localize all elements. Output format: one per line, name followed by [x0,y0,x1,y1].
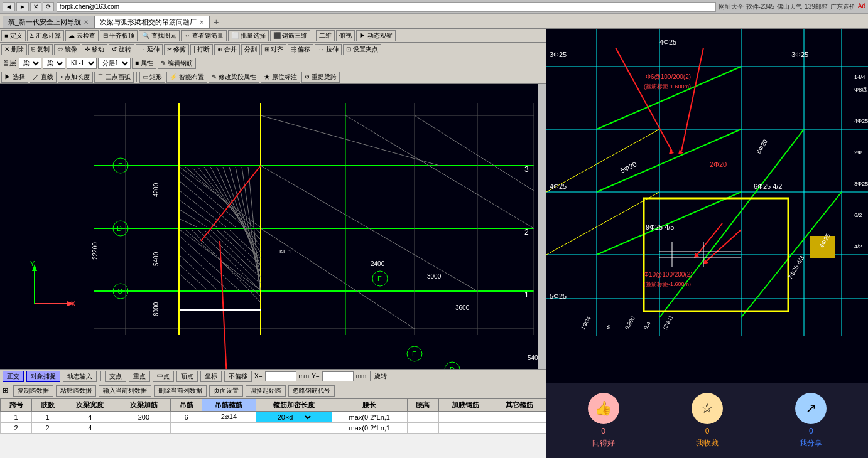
btn-select[interactable]: ▶ 选择 [1,72,28,83]
tab-close-active[interactable]: ✕ [199,19,204,26]
cad-toolbar-3: 首层 梁 梁 KL-1 分层1 ■ 属性 ✎ 编辑钢筋 [0,56,546,70]
tab-active[interactable]: 次梁与弧形梁相交的吊筋问题厂 ✕ [94,16,210,28]
link-weather[interactable]: 佛山天气 [777,3,802,11]
btn-no-offset[interactable]: 不偏移 [224,371,252,382]
cell-extrabar-2 [492,423,546,434]
btn-copy[interactable]: ⎘ 复制 [28,44,53,55]
btn-delete[interactable]: ✕ 删除 [1,44,27,55]
cell-dropdown-1[interactable]: 20×d [256,412,332,423]
btn-define[interactable]: ■ 定义 [1,30,26,41]
stop-button[interactable]: ✕ [30,2,41,11]
btn-rotate[interactable]: ↺ 旋转 [109,44,134,55]
btn-copy-span[interactable]: 复制跨数据 [13,385,53,397]
svg-text:6Φ25 4/2: 6Φ25 4/2 [754,183,782,190]
select-layer[interactable]: 分层1 [98,58,131,69]
share-count: 0 [809,427,813,435]
btn-summary[interactable]: Σ 汇总计算 [27,30,64,41]
btn-properties[interactable]: ■ 属性 [132,58,156,69]
input-y[interactable] [322,371,354,381]
input-x[interactable] [265,371,296,381]
refresh-button[interactable]: ⟳ [43,2,54,11]
share-button[interactable]: ↗ 0 我分享 [795,393,827,449]
btn-query-qty[interactable]: ↔ 查看钢筋量 [181,30,227,41]
btn-modify-seg[interactable]: ✎ 修改梁段属性 [209,72,259,83]
cad-toolbar-2: ✕ 删除 ⎘ 复制 ⇔ 镜像 ✛ 移动 ↺ 旋转 → 延伸 ✂ 修剪 | 打断 … [0,43,546,56]
btn-align[interactable]: ⊞ 对齐 [261,44,287,55]
btn-vertex[interactable]: 顶点 [176,371,198,382]
address-bar[interactable] [57,2,716,12]
btn-3d-rebar[interactable]: ⬛ 钢筋三维 [270,30,311,41]
btn-paste-span[interactable]: 粘贴跨数据 [56,385,96,397]
btn-input-col[interactable]: 输入当前列数据 [99,385,151,397]
input-col-label: 输入当前列数据 [103,386,147,395]
btn-snap[interactable]: 对象捕捉 [26,371,60,382]
tab-new-button[interactable]: + [210,16,222,28]
tab-close-nav[interactable]: ✕ [84,19,89,26]
btn-2d[interactable]: 二维 [316,30,335,41]
btn-view[interactable]: 俯视 [336,30,355,41]
svg-text:4/2: 4/2 [854,243,862,250]
svg-line-38 [198,230,260,290]
like-count: 0 [601,427,605,435]
svg-text:6000: 6000 [153,302,160,316]
btn-rect[interactable]: ▭ 矩形 [139,72,166,83]
btn-endpoint[interactable]: 重点 [129,371,150,382]
label-rotation: 旋转 [374,372,387,381]
btn-swap-span[interactable]: 调换起始跨 [246,385,286,397]
btn-intersection[interactable]: 交点 [105,371,126,382]
btn-arc[interactable]: ⌒ 三点画弧 [94,72,134,83]
btn-grip[interactable]: ⊡ 设置夹点 [343,44,381,55]
select-element-id[interactable]: 梁 [43,58,65,69]
btn-extend[interactable]: → 延伸 [136,44,163,55]
btn-dynamic-input[interactable]: 动态输入 [63,371,97,382]
link-price[interactable]: 广东造价 [830,3,855,11]
btn-break[interactable]: | 打断 [190,44,212,55]
btn-page-setup[interactable]: 页面设置 [209,385,243,397]
btn-line[interactable]: ／ 直线 [30,72,57,83]
btn-midpoint[interactable]: 中点 [153,371,174,382]
btn-cloud-check[interactable]: ☁ 云检查 [65,30,99,41]
svg-rect-90 [546,29,868,336]
cad-drawing[interactable]: X Y 3 2 1 3 4 5 C 6 4200 5400 22200 6000… [0,84,546,369]
btn-merge[interactable]: ⊕ 合并 [214,44,240,55]
tab-nav[interactable]: 筑_新一代安全上网导航 ✕ [3,16,94,28]
star-button[interactable]: ☆ 0 我收藏 [692,393,723,449]
btn-trim[interactable]: ✂ 修剪 [164,44,190,55]
btn-mirror[interactable]: ⇔ 镜像 [54,44,81,55]
btn-ignore-code[interactable]: 忽略钢筋代号 [288,385,335,397]
scroll-vertical[interactable] [538,84,546,369]
btn-stretch[interactable]: ↔ 拉伸 [315,44,342,55]
btn-orthogonal[interactable]: 正交 [3,371,24,382]
btn-reset-span[interactable]: ↺ 重提梁跨 [301,72,340,83]
svg-line-34 [180,219,197,227]
svg-text:D: D [450,366,455,369]
btn-point-len[interactable]: • 点加长度 [58,72,93,83]
link-hao123: 网址大全 [719,3,744,11]
btn-offset[interactable]: ⇶ 偏移 [288,44,313,55]
btn-edit-rebar[interactable]: ✎ 编辑钢筋 [158,58,196,69]
table-scroll-container[interactable]: 跨号 肢数 次梁宽度 次梁加筋 吊筋 吊筋箍筋 箍筋加密长度 腰长 腰高 加腋钢… [0,398,546,458]
btn-dynamic[interactable]: ▶ 动态观察 [356,30,396,41]
btn-delete-col[interactable]: 删除当前列数据 [154,385,207,397]
svg-text:F: F [377,275,382,282]
link-mail[interactable]: 139邮箱 [805,3,828,11]
svg-marker-56 [67,301,74,306]
link-software[interactable]: 软件-2345 [746,3,775,11]
star-label: 我收藏 [696,438,719,449]
btn-coordinate[interactable]: 坐标 [200,371,222,382]
forward-button[interactable]: ► [16,2,29,11]
like-button[interactable]: 👍 0 问得好 [588,393,619,449]
btn-split[interactable]: 分割 [241,44,260,55]
btn-find[interactable]: 🔍 查找图元 [139,30,180,41]
select-element-type[interactable]: 梁 [19,58,41,69]
btn-move[interactable]: ✛ 移动 [82,44,107,55]
svg-text:4Φ25: 4Φ25 [550,183,567,190]
btn-annotate[interactable]: ★ 原位标注 [261,72,300,83]
star-icon: ☆ [692,393,723,424]
btn-align-top[interactable]: ⊟ 平齐板顶 [100,30,138,41]
btn-smart-place[interactable]: ⚡ 智能布置 [166,72,207,83]
select-kl[interactable]: KL-1 [67,58,97,69]
back-button[interactable]: ◄ [3,2,15,11]
dropdown-density-1[interactable]: 20×d [275,413,313,422]
btn-batch-select[interactable]: ⬜ 批量选择 [228,30,269,41]
